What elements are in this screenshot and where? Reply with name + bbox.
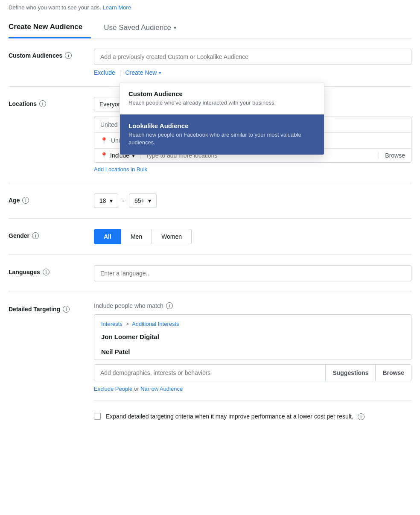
custom-audiences-section: Custom Audiences i Exclude | Create New … [9, 38, 411, 87]
custom-audiences-info-icon[interactable]: i [65, 52, 72, 59]
detailed-targeting-section: Detailed Targeting i Include people who … [9, 292, 411, 428]
tab-use-saved[interactable]: Use Saved Audience ▾ [91, 18, 185, 38]
gender-men-button[interactable]: Men [121, 229, 152, 244]
targeting-box: Interests > Additional Interests Jon Loo… [94, 314, 411, 360]
age-label: Age i [9, 193, 94, 204]
breadcrumb-interests-link[interactable]: Interests [101, 321, 122, 327]
detailed-targeting-content: Include people who match i Interests > A… [94, 302, 411, 428]
actions-separator: | [120, 69, 121, 76]
suggestions-button[interactable]: Suggestions [325, 365, 375, 381]
age-info-icon[interactable]: i [22, 197, 29, 204]
targeting-input-row: Suggestions Browse [94, 364, 411, 381]
expand-targeting-divider: Expand detailed targeting criteria when … [94, 401, 411, 428]
targeting-item-2: Neil Patel [94, 345, 411, 360]
age-min-arrow-icon: ▾ [110, 197, 113, 204]
learn-more-link[interactable]: Learn More [102, 4, 131, 11]
gender-label: Gender i [9, 229, 94, 239]
targeting-header: Include people who match i [94, 302, 411, 309]
age-max-arrow-icon: ▾ [148, 197, 151, 204]
custom-audiences-content: Exclude | Create New ▾ Custom Audience R… [94, 49, 411, 76]
gender-content: All Men Women [94, 229, 411, 244]
expand-targeting-info-icon[interactable]: i [358, 413, 365, 420]
age-row: 18 ▾ - 65+ ▾ [94, 193, 411, 208]
custom-audience-input[interactable] [94, 49, 411, 65]
languages-label: Languages i [9, 265, 94, 275]
narrow-audience-link[interactable]: Narrow Audience [140, 386, 183, 392]
include-pin-icon: 📍 [100, 152, 108, 159]
location-browse-button[interactable]: Browse [379, 152, 405, 159]
custom-audience-title: Custom Audience [128, 90, 315, 97]
breadcrumb-additional-link[interactable]: Additional Interests [132, 321, 179, 327]
expand-targeting-row: Expand detailed targeting criteria when … [94, 405, 411, 428]
languages-content [94, 265, 411, 281]
create-new-arrow-icon: ▾ [159, 70, 161, 76]
languages-section: Languages i [9, 255, 411, 292]
age-dash: - [122, 197, 125, 205]
detailed-targeting-label: Detailed Targeting i [9, 302, 94, 313]
locations-info-icon[interactable]: i [39, 100, 46, 107]
breadcrumb-separator: > [125, 321, 129, 327]
exclude-link[interactable]: Exclude [94, 69, 115, 76]
custom-audiences-label: Custom Audiences i [9, 49, 94, 59]
gender-all-button[interactable]: All [94, 229, 121, 244]
targeting-item-1: Jon Loomer Digital [94, 330, 411, 345]
gender-info-icon[interactable]: i [32, 232, 39, 239]
dropdown-item-lookalike-audience[interactable]: Lookalike Audience Reach new people on F… [120, 114, 324, 154]
audience-actions-row: Exclude | Create New ▾ Custom Audience R… [94, 69, 411, 76]
age-min-select[interactable]: 18 ▾ [94, 193, 118, 208]
tab-create-new[interactable]: Create New Audience [9, 18, 91, 38]
languages-info-icon[interactable]: i [43, 269, 50, 275]
tab-bar: Create New Audience Use Saved Audience ▾ [9, 18, 411, 38]
expand-targeting-checkbox[interactable] [94, 413, 101, 420]
lookalike-audience-title: Lookalike Audience [128, 122, 315, 129]
lookalike-audience-desc: Reach new people on Facebook who are sim… [128, 131, 315, 146]
create-new-dropdown: Custom Audience Reach people who've alre… [120, 82, 324, 155]
age-section: Age i 18 ▾ - 65+ ▾ [9, 183, 411, 219]
detailed-targeting-info-icon[interactable]: i [63, 306, 70, 313]
targeting-browse-button[interactable]: Browse [375, 365, 411, 381]
add-locations-bulk-link[interactable]: Add Locations in Bulk [94, 166, 147, 173]
targeting-search-input[interactable] [94, 365, 325, 381]
saved-dropdown-arrow-icon: ▾ [174, 25, 176, 31]
location-pin-icon: 📍 [100, 137, 108, 144]
expand-targeting-text: Expand detailed targeting criteria when … [106, 412, 411, 421]
targeting-include-info-icon[interactable]: i [166, 302, 173, 309]
gender-button-group: All Men Women [94, 229, 411, 244]
locations-label: Locations i [9, 97, 94, 107]
age-max-select[interactable]: 65+ ▾ [129, 193, 157, 208]
gender-women-button[interactable]: Women [152, 229, 192, 244]
gender-section: Gender i All Men Women [9, 219, 411, 255]
targeting-breadcrumb: Interests > Additional Interests [94, 315, 411, 330]
create-new-button[interactable]: Create New ▾ [125, 69, 161, 76]
dropdown-item-custom-audience[interactable]: Custom Audience Reach people who've alre… [120, 82, 324, 114]
custom-audience-desc: Reach people who've already interacted w… [128, 99, 315, 107]
exclude-people-link[interactable]: Exclude People [94, 386, 132, 392]
exclude-narrow-row: Exclude People or Narrow Audience [94, 386, 411, 392]
intro-text: Define who you want to see your ads. Lea… [9, 0, 411, 18]
language-input[interactable] [94, 265, 411, 281]
age-content: 18 ▾ - 65+ ▾ [94, 193, 411, 208]
